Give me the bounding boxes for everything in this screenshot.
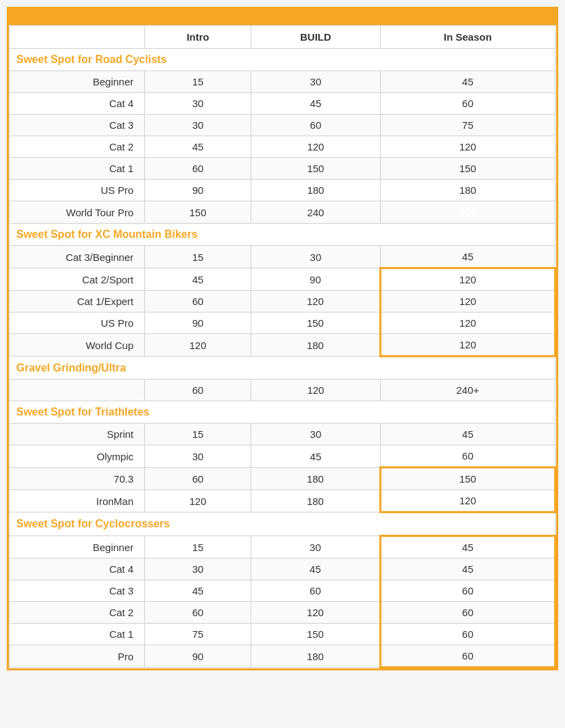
row-label: Beginner xyxy=(9,71,145,93)
col-header-inseason: In Season xyxy=(380,26,555,49)
build-value: 30 xyxy=(251,536,381,559)
table-row: World Tour Pro150240300 xyxy=(9,201,556,224)
intro-value: 60 xyxy=(145,380,251,401)
intro-value: 75 xyxy=(145,624,251,645)
table-row: 60120240+ xyxy=(9,380,556,401)
table-row: Cat 17515060 xyxy=(9,624,556,645)
row-label: Cat 2 xyxy=(9,602,145,624)
intro-value: 90 xyxy=(145,312,251,334)
intro-value: 15 xyxy=(145,536,251,559)
build-value: 240 xyxy=(251,201,381,224)
row-label: Cat 4 xyxy=(9,93,145,115)
section-header-row: Sweet Spot for Road Cyclists xyxy=(9,49,556,71)
table-row: Olympic304560 xyxy=(9,445,556,468)
col-header-intro: Intro xyxy=(145,26,251,49)
inseason-value: 60 xyxy=(380,445,555,468)
table-row: Cat 4304545 xyxy=(9,559,556,580)
table-row: Cat 3456060 xyxy=(9,580,556,602)
build-value: 60 xyxy=(251,580,381,602)
intro-value: 120 xyxy=(145,334,251,357)
intro-value: 45 xyxy=(145,268,251,291)
section-label: Sweet Spot for Road Cyclists xyxy=(9,49,556,71)
table-row: Sprint153045 xyxy=(9,424,556,445)
build-value: 30 xyxy=(251,71,381,93)
intro-value: 45 xyxy=(145,136,251,158)
table-body: Sweet Spot for Road CyclistsBeginner1530… xyxy=(9,49,556,668)
build-value: 150 xyxy=(251,158,381,180)
build-value: 45 xyxy=(251,559,381,580)
build-value: 180 xyxy=(251,334,381,357)
section-header-row: Sweet Spot for XC Mountain Bikers xyxy=(9,224,556,246)
section-label: Gravel Grinding/Ultra xyxy=(9,357,556,380)
row-label: Cat 2/Sport xyxy=(9,268,145,291)
build-value: 180 xyxy=(251,490,381,512)
row-label: Pro xyxy=(9,645,145,668)
inseason-value: 45 xyxy=(380,536,555,559)
section-label: Sweet Spot for Cyclocrossers xyxy=(9,512,556,536)
inseason-value: 120 xyxy=(380,268,555,291)
intro-value: 15 xyxy=(145,71,251,93)
row-label xyxy=(9,380,145,401)
table-row: Cat 1/Expert60120120 xyxy=(9,291,556,312)
intro-value: 30 xyxy=(145,445,251,468)
table-row: Cat 26012060 xyxy=(9,602,556,624)
row-label: Cat 1 xyxy=(9,624,145,645)
row-label: Cat 4 xyxy=(9,559,145,580)
build-value: 180 xyxy=(251,468,381,490)
header-row: Intro BUILD In Season xyxy=(9,26,556,49)
main-table-container: Intro BUILD In Season Sweet Spot for Roa… xyxy=(7,7,558,670)
section-header-row: Gravel Grinding/Ultra xyxy=(9,357,556,380)
inseason-value: 45 xyxy=(380,559,555,580)
inseason-value: 60 xyxy=(380,93,555,115)
col-header-name xyxy=(9,26,145,49)
row-label: 70.3 xyxy=(9,468,145,490)
data-table: Intro BUILD In Season Sweet Spot for Roa… xyxy=(9,25,556,668)
intro-value: 45 xyxy=(145,580,251,602)
table-row: IronMan120180120 xyxy=(9,490,556,512)
table-row: US Pro90180180 xyxy=(9,180,556,201)
build-value: 45 xyxy=(251,93,381,115)
table-row: Beginner153045 xyxy=(9,536,556,559)
inseason-value: 60 xyxy=(380,602,555,624)
table-row: Cat 4304560 xyxy=(9,93,556,115)
build-value: 45 xyxy=(251,445,381,468)
intro-value: 60 xyxy=(145,158,251,180)
intro-value: 30 xyxy=(145,115,251,136)
intro-value: 30 xyxy=(145,559,251,580)
inseason-value: 120 xyxy=(380,136,555,158)
inseason-value: 120 xyxy=(380,334,555,357)
inseason-value: 45 xyxy=(380,424,555,445)
inseason-value: 150 xyxy=(380,468,555,490)
table-row: Cat 160150150 xyxy=(9,158,556,180)
intro-value: 60 xyxy=(145,602,251,624)
inseason-value: 60 xyxy=(380,624,555,645)
row-label: Cat 3/Beginner xyxy=(9,246,145,268)
build-value: 30 xyxy=(251,246,381,268)
table-title xyxy=(9,9,556,25)
table-row: Cat 3/Beginner153045 xyxy=(9,246,556,268)
intro-value: 30 xyxy=(145,93,251,115)
build-value: 180 xyxy=(251,645,381,668)
build-value: 60 xyxy=(251,115,381,136)
inseason-value: 120 xyxy=(380,490,555,512)
build-value: 90 xyxy=(251,268,381,291)
inseason-value: 120 xyxy=(380,291,555,312)
row-label: Sprint xyxy=(9,424,145,445)
row-label: World Cup xyxy=(9,334,145,357)
row-label: Olympic xyxy=(9,445,145,468)
build-value: 120 xyxy=(251,380,381,401)
build-value: 180 xyxy=(251,180,381,201)
table-row: Pro9018060 xyxy=(9,645,556,668)
table-row: World Cup120180120 xyxy=(9,334,556,357)
build-value: 120 xyxy=(251,602,381,624)
row-label: Cat 1/Expert xyxy=(9,291,145,312)
build-value: 150 xyxy=(251,624,381,645)
build-value: 120 xyxy=(251,136,381,158)
section-header-row: Sweet Spot for Cyclocrossers xyxy=(9,512,556,536)
inseason-value: 120 xyxy=(380,312,555,334)
intro-value: 90 xyxy=(145,645,251,668)
inseason-value: 60 xyxy=(380,580,555,602)
section-label: Sweet Spot for Triathletes xyxy=(9,401,556,424)
row-label: Cat 3 xyxy=(9,115,145,136)
build-value: 120 xyxy=(251,291,381,312)
